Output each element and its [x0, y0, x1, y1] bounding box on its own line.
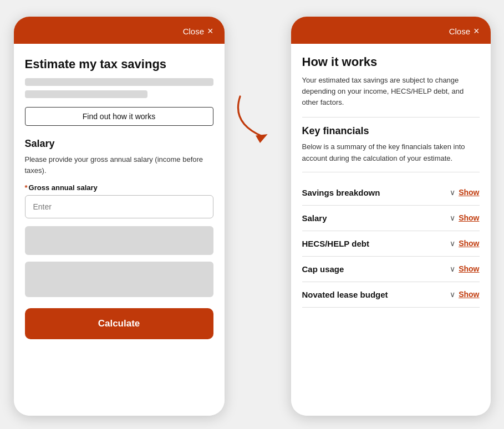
divider-1 [302, 117, 480, 118]
show-link[interactable]: Show [459, 188, 479, 197]
right-phone: Close × How it works Your estimated tax … [291, 17, 491, 416]
grey-block-1 [25, 226, 213, 255]
placeholder-bar-1 [25, 78, 213, 86]
chevron-down-icon: ∨ [450, 239, 455, 248]
accordion-right: ∨Show [450, 239, 479, 248]
show-link[interactable]: Show [459, 264, 479, 273]
calculate-button[interactable]: Calculate [25, 308, 213, 339]
accordion-item: Cap usage∨Show [302, 257, 480, 282]
salary-section-desc: Please provide your gross annual salary … [25, 154, 213, 176]
divider-2 [302, 172, 480, 172]
accordion-label: Cap usage [302, 264, 344, 274]
grey-block-2 [25, 262, 213, 297]
left-phone-body: Estimate my tax savings Find out how it … [14, 44, 225, 416]
accordion-item: Savings breakdown∨Show [302, 180, 480, 206]
accordion-list: Savings breakdown∨ShowSalary∨ShowHECS/HE… [302, 180, 480, 308]
left-close-button[interactable]: Close × [183, 25, 213, 37]
right-phone-header: Close × [291, 17, 491, 44]
required-star: * [25, 183, 28, 192]
chevron-down-icon: ∨ [450, 264, 455, 273]
accordion-label: Novated lease budget [302, 290, 388, 299]
right-close-button[interactable]: Close × [449, 25, 480, 37]
how-it-works-title: How it works [302, 55, 480, 69]
salary-section-title: Salary [25, 138, 213, 150]
left-phone: Close × Estimate my tax savings Find out… [14, 17, 225, 416]
key-financials-title: Key financials [302, 125, 480, 137]
accordion-label: Savings breakdown [302, 188, 380, 197]
accordion-item: Salary∨Show [302, 206, 480, 231]
show-link[interactable]: Show [459, 239, 479, 248]
gross-salary-input[interactable] [25, 195, 213, 218]
left-phone-header: Close × [14, 17, 225, 44]
arrow-container [236, 17, 280, 150]
accordion-label: HECS/HELP debt [302, 239, 369, 248]
accordion-item: HECS/HELP debt∨Show [302, 231, 480, 257]
chevron-down-icon: ∨ [450, 188, 455, 197]
page-title: Estimate my tax savings [25, 57, 213, 72]
page-container: Close × Estimate my tax savings Find out… [3, 0, 502, 429]
gross-salary-label: *Gross annual salary [25, 183, 213, 192]
arrow-icon [236, 83, 280, 150]
chevron-down-icon: ∨ [450, 213, 455, 222]
key-financials-desc: Below is a summary of the key financials… [302, 141, 480, 164]
right-phone-body: How it works Your estimated tax savings … [291, 44, 491, 416]
accordion-label: Salary [302, 213, 327, 223]
chevron-down-icon: ∨ [450, 290, 455, 299]
left-close-icon: × [207, 25, 213, 37]
svg-marker-0 [256, 134, 268, 143]
accordion-right: ∨Show [450, 264, 479, 273]
placeholder-bar-2 [25, 90, 147, 98]
accordion-item: Novated lease budget∨Show [302, 282, 480, 308]
show-link[interactable]: Show [459, 290, 479, 299]
right-close-label: Close [449, 27, 470, 36]
right-close-icon: × [474, 25, 480, 37]
accordion-right: ∨Show [450, 290, 479, 299]
accordion-right: ∨Show [450, 188, 479, 197]
how-it-works-desc: Your estimated tax savings are subject t… [302, 75, 480, 108]
accordion-right: ∨Show [450, 213, 479, 222]
show-link[interactable]: Show [459, 213, 479, 222]
left-close-label: Close [183, 27, 204, 36]
find-out-button[interactable]: Find out how it works [25, 107, 213, 126]
